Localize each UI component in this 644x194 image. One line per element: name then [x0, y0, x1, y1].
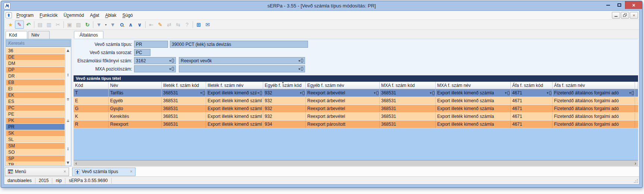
scroll-left-icon[interactable]: ‹ — [75, 161, 77, 166]
page-help-icon[interactable]: ? — [183, 21, 192, 29]
search-icon[interactable] — [117, 21, 126, 29]
elszamolasi-fokonyvi-nev-combo[interactable]: Reexport vevők ▾ — [179, 57, 305, 64]
grid-cell[interactable]: Kerekítés — [109, 113, 162, 120]
col-header[interactable]: Kód — [74, 82, 109, 89]
close-button[interactable]: × — [625, 1, 642, 9]
vevo-szamla-sorozat-input[interactable]: PC — [134, 49, 150, 56]
tab-vevo-szamla-tipus[interactable]: Vevő számla típus × — [72, 168, 136, 176]
tab-menu[interactable]: Menü × — [5, 168, 69, 176]
list-item[interactable]: EI — [6, 86, 65, 92]
grid-cell[interactable]: Reexport árbevétel▾ — [306, 89, 380, 97]
list-item[interactable]: SP — [6, 156, 65, 162]
tab-altalanos[interactable]: Általános — [74, 31, 103, 38]
paperclip-icon[interactable] — [260, 91, 262, 95]
search-input[interactable] — [6, 40, 71, 47]
grid-cell[interactable]: Export illeték kimenő számla — [206, 105, 263, 112]
close-tab-icon[interactable]: × — [63, 169, 66, 174]
undo-icon[interactable]: ↶ — [24, 21, 33, 29]
grid-cell[interactable]: Fizetendő általános forgalmi adó▾ — [553, 89, 635, 97]
grid-cell[interactable]: Export illeték kimenő számla — [206, 113, 263, 120]
scroll-up-icon[interactable]: ▲ — [65, 48, 71, 53]
list-item[interactable]: EK — [6, 92, 65, 98]
grid-cell[interactable]: R — [74, 121, 109, 128]
table-row[interactable]: RReexport368531Export illeték kimenő szá… — [74, 121, 638, 128]
col-header[interactable]: MXA f. szám kód — [380, 82, 436, 89]
menu-funkciok[interactable]: Funkciók — [37, 12, 60, 19]
scroll-last-icon[interactable]: ↧ — [65, 147, 71, 152]
grid-cell[interactable]: 368531 — [162, 105, 206, 112]
scroll-page-up-icon[interactable]: ⇈ — [65, 97, 71, 102]
list-item[interactable]: PK — [6, 118, 65, 123]
list-item[interactable]: DR — [6, 73, 65, 79]
chevron-down-icon[interactable]: ▾ — [374, 91, 376, 95]
grid-cell[interactable]: Gyujto — [109, 105, 162, 112]
mdi-minimize-button[interactable] — [612, 12, 620, 19]
grid-cell[interactable]: Reexport árbevétel — [306, 113, 380, 120]
scroll-page-down-icon[interactable]: ⇊ — [65, 118, 71, 123]
chevron-down-icon[interactable]: ▾ — [547, 91, 548, 95]
col-header[interactable]: Egyéb f. szám név — [306, 82, 380, 89]
resize-grip[interactable] — [637, 182, 638, 183]
print-icon[interactable]: ▤ — [35, 21, 44, 29]
mdi-close-button[interactable]: × — [630, 12, 638, 19]
list-item[interactable]: PC — [6, 105, 65, 111]
chevron-down-icon[interactable]: ▾ — [257, 91, 259, 95]
record-prev-icon[interactable]: ⇄ — [165, 21, 174, 29]
grid-cell[interactable]: 932▾ — [263, 89, 306, 97]
maximize-button[interactable] — [614, 1, 625, 9]
grid-cell[interactable]: Reexport párosított — [306, 121, 380, 128]
paperclip-icon[interactable] — [507, 91, 510, 95]
grid-cell[interactable]: G — [74, 105, 109, 112]
grid-cell[interactable]: Export illeték kimenő számla — [206, 121, 263, 128]
paperclip-icon[interactable] — [376, 91, 379, 95]
grid-cell[interactable]: T — [74, 89, 109, 97]
grid-cell[interactable]: Export illeték kimenő számla — [436, 113, 511, 120]
paperclip-icon[interactable] — [549, 91, 551, 95]
grid-cell[interactable]: 368531 — [380, 121, 436, 128]
chevron-down-icon[interactable]: ▾ — [505, 91, 507, 95]
grid-cell[interactable]: 4671▾ — [511, 89, 553, 97]
grid-cell[interactable]: Fizetendő általános forgalmi adó — [553, 113, 635, 120]
grid-cell[interactable]: E — [74, 97, 109, 104]
table-row[interactable]: EEgyéb368531Export illeték kimenő számla… — [74, 97, 638, 105]
paperclip-icon[interactable] — [302, 91, 305, 95]
vevo-szamla-tipus-nev-input[interactable]: 39000 PCT (kék) szla devizás — [170, 41, 308, 48]
grid-cell[interactable]: 368531▾ — [380, 89, 436, 97]
grid-cell[interactable]: Export illeték kimenő számla▾ — [206, 89, 263, 97]
menu-ablak[interactable]: Ablak — [102, 12, 119, 19]
menu-uzemmod[interactable]: Üzemmód — [60, 12, 87, 19]
scroll-down-icon[interactable]: ▼ — [65, 160, 71, 165]
filter-page-icon[interactable]: ▼ — [108, 21, 117, 29]
list-item[interactable]: SO — [6, 149, 65, 155]
grid-cell[interactable]: 932 — [263, 97, 306, 104]
close-tab-icon[interactable]: × — [130, 169, 133, 174]
grid-cell[interactable]: Fizetendő általános forgalmi adó — [553, 105, 635, 112]
grid-cell[interactable]: 932 — [263, 105, 306, 112]
grid-cell[interactable]: Fizetendő általános forgalmi adó — [553, 121, 635, 128]
grid-cell[interactable]: Export illeték kimenő számla — [436, 121, 511, 128]
menu-adat[interactable]: Adat — [87, 12, 102, 19]
menu-sugo[interactable]: Súgó — [119, 12, 136, 19]
structure-icon[interactable]: ⇤ — [147, 21, 156, 29]
calculator-icon[interactable]: ⊞ — [194, 21, 203, 29]
grid-cell[interactable]: Fizetendő általános forgalmi adó — [553, 97, 635, 104]
grid-cell[interactable]: 368531 — [162, 97, 206, 104]
col-header[interactable]: Áfa f. szám név — [553, 82, 635, 89]
list-item[interactable]: 36 — [6, 48, 65, 54]
grid-cell[interactable]: Reexport árbevétel — [306, 105, 380, 112]
refresh-icon[interactable]: ↻ — [83, 21, 92, 29]
chevron-down-icon[interactable]: ▾ — [430, 91, 432, 95]
paperclip-icon[interactable] — [172, 59, 174, 63]
grid-cell[interactable]: Reexport árbevétel — [306, 97, 380, 104]
mdi-restore-button[interactable] — [621, 12, 629, 19]
table-row[interactable]: GGyujto368531Export illeték kimenő száml… — [74, 105, 638, 113]
paperclip-icon[interactable] — [301, 67, 303, 71]
grid-cell[interactable]: Export illeték kimenő számla — [436, 105, 511, 112]
grid-cell[interactable]: 368531 — [162, 113, 206, 120]
grid-cell[interactable]: 932 — [263, 113, 306, 120]
table-row[interactable]: TTarifás368531▾Export illeték kimenő szá… — [74, 89, 638, 97]
grid-cell[interactable]: 368531 — [380, 97, 436, 104]
list-item[interactable]: PR — [6, 124, 65, 130]
menu-program[interactable]: Program — [13, 12, 37, 19]
print-preview-icon[interactable]: ▥ — [44, 21, 53, 29]
